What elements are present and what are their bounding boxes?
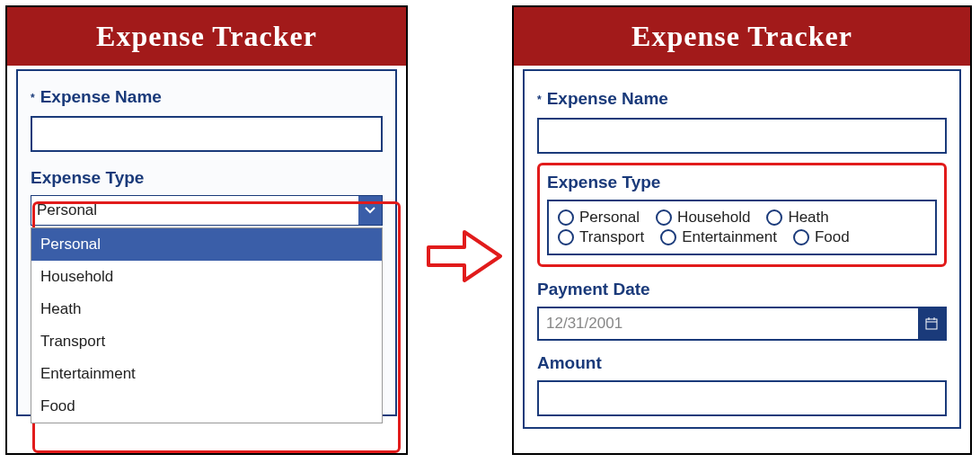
- highlight-box: Expense Type Personal Household Heath: [537, 163, 947, 267]
- expense-name-label: * Expense Name: [537, 89, 947, 111]
- arrow-icon: [424, 225, 505, 288]
- radio-option-household[interactable]: Household: [656, 209, 750, 227]
- radio-icon: [766, 209, 782, 226]
- radio-icon: [793, 229, 809, 245]
- dropdown-option[interactable]: Household: [31, 261, 382, 293]
- required-star: *: [537, 89, 542, 111]
- panel-before: Expense Tracker * Expense Name Expense T…: [5, 5, 408, 455]
- dropdown-option[interactable]: Personal: [31, 228, 382, 261]
- radio-option-entertainment[interactable]: Entertainment: [660, 228, 777, 246]
- dropdown-option[interactable]: Entertainment: [31, 358, 382, 390]
- amount-label: Amount: [537, 353, 947, 373]
- amount-input[interactable]: [537, 380, 947, 416]
- payment-date-input[interactable]: 12/31/2001: [537, 307, 947, 341]
- radio-icon: [656, 209, 672, 226]
- expense-name-label: * Expense Name: [31, 87, 383, 109]
- calendar-icon[interactable]: [918, 308, 945, 339]
- dropdown-selected[interactable]: Personal: [31, 195, 383, 226]
- expense-type-label: Expense Type: [31, 168, 383, 188]
- dropdown-list: Personal Household Heath Transport Enter…: [31, 227, 383, 423]
- radio-option-transport[interactable]: Transport: [558, 228, 644, 246]
- payment-date-label: Payment Date: [537, 280, 947, 299]
- radio-option-personal[interactable]: Personal: [558, 209, 640, 227]
- payment-date-value[interactable]: 12/31/2001: [539, 308, 918, 339]
- chevron-down-icon[interactable]: [358, 196, 382, 225]
- expense-type-label: Expense Type: [547, 173, 937, 192]
- expense-type-dropdown[interactable]: Personal Personal Household Heath Transp…: [31, 195, 383, 226]
- radio-icon: [558, 229, 574, 245]
- radio-icon: [558, 209, 574, 226]
- radio-icon: [660, 229, 676, 245]
- expense-name-input[interactable]: [31, 116, 383, 152]
- dropdown-option[interactable]: Transport: [31, 325, 382, 358]
- dropdown-option[interactable]: Food: [31, 390, 382, 423]
- app-title: Expense Tracker: [7, 7, 406, 66]
- app-title: Expense Tracker: [514, 7, 970, 66]
- dropdown-option[interactable]: Heath: [31, 293, 382, 325]
- panel-after: Expense Tracker * Expense Name Expense T…: [512, 5, 972, 455]
- form-container: * Expense Name Expense Type Personal Per…: [16, 69, 397, 416]
- radio-option-heath[interactable]: Heath: [766, 209, 828, 227]
- required-star: *: [31, 87, 35, 109]
- expense-type-radio-group: Personal Household Heath Transport: [547, 200, 937, 255]
- expense-name-input[interactable]: [537, 118, 947, 154]
- form-container: * Expense Name Expense Type Personal Hou…: [523, 69, 961, 429]
- radio-option-food[interactable]: Food: [793, 228, 850, 246]
- svg-rect-0: [926, 319, 937, 329]
